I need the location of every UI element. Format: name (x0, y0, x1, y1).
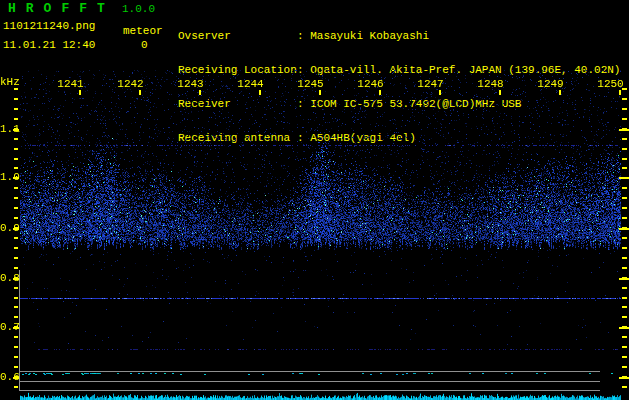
y-major-tick-right (619, 177, 629, 179)
x-tick (559, 90, 561, 95)
y-tick-label: 1.0 (0, 172, 13, 183)
y-major-tick-right (619, 129, 629, 131)
x-tick (439, 90, 441, 95)
x-tick-label: 1247 (417, 79, 444, 90)
x-tick-label: 1248 (477, 79, 504, 90)
x-tick (319, 90, 321, 95)
y-axis-unit-label: kHz (0, 77, 20, 88)
x-tick-label: 1245 (297, 79, 324, 90)
x-tick-label: 1249 (537, 79, 564, 90)
x-tick (79, 90, 81, 95)
y-tick-label: 0.8 (0, 273, 13, 284)
mode-label: meteor (123, 26, 163, 37)
level-ref-line (19, 390, 600, 391)
y-major-tick-right (619, 377, 629, 379)
x-tick (259, 90, 261, 95)
level-ref-line (19, 381, 600, 382)
x-tick-label: 1242 (117, 79, 144, 90)
x-tick-label: 1246 (357, 79, 384, 90)
meteor-count: 0 (141, 40, 148, 51)
x-tick-label: 1243 (177, 79, 204, 90)
datetime-label: 11.01.21 12:40 (3, 40, 95, 51)
x-tick (619, 90, 621, 95)
x-tick (199, 90, 201, 95)
app-title: HROFFT (8, 2, 115, 15)
y-tick-label: 0.6 (0, 372, 13, 383)
y-tick-label: 1.1 (0, 124, 13, 135)
x-tick (499, 90, 501, 95)
y-major-tick-right (619, 327, 629, 329)
output-filename: 1101211240.png (3, 21, 95, 32)
info-value: Masayuki Kobayashi (310, 30, 429, 42)
y-tick-label: 0.9 (0, 223, 13, 234)
x-tick (139, 90, 141, 95)
level-ref-line (19, 371, 600, 372)
x-tick (379, 90, 381, 95)
y-tick-label: 0.7 (0, 322, 13, 333)
y-major-tick-right (619, 228, 629, 230)
y-major-tick-left (13, 177, 19, 179)
y-major-tick-left (13, 129, 19, 131)
y-minor-ticks-right (622, 88, 627, 396)
info-separator: : (297, 30, 310, 42)
x-tick-label: 1241 (57, 79, 84, 90)
hrofft-screen: HROFFT 1.0.0 1101211240.png meteor 11.01… (0, 0, 629, 400)
y-major-tick-left (13, 228, 19, 230)
info-row-observer: Ovserver: Masayuki Kobayashi (178, 31, 620, 42)
info-label: Ovserver (178, 31, 297, 42)
y-major-tick-right (619, 278, 629, 280)
x-tick-label: 1244 (237, 79, 264, 90)
x-tick-label: 1250 (597, 79, 624, 90)
spectrogram-canvas (19, 62, 621, 400)
app-version: 1.0.0 (122, 4, 155, 15)
level-axis-line (19, 270, 20, 390)
